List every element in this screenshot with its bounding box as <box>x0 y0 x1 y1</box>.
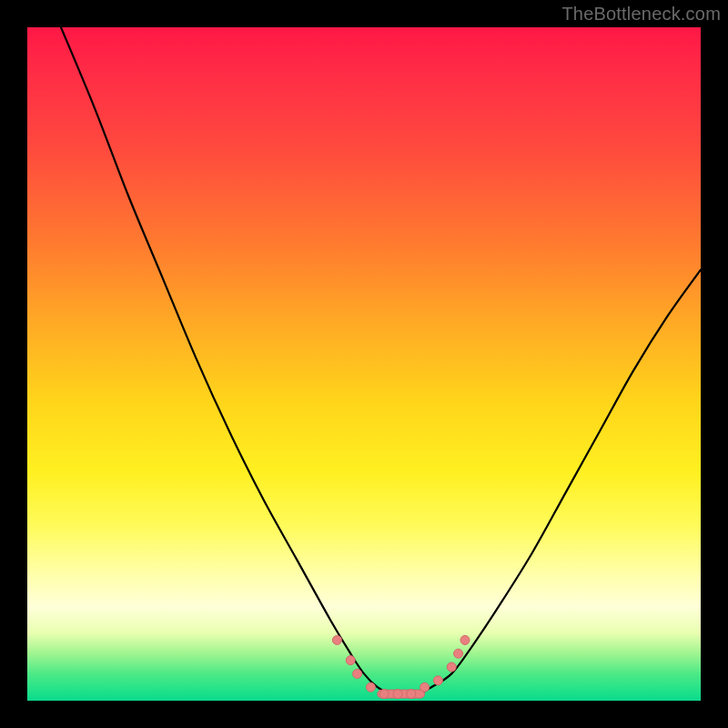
plot-area <box>27 27 701 701</box>
watermark-text: TheBottleneck.com <box>561 4 721 25</box>
curve-marker <box>332 635 341 644</box>
curve-markers <box>332 635 470 698</box>
curve-marker <box>393 690 402 699</box>
curve-marker <box>454 649 463 658</box>
curve-marker <box>346 656 355 665</box>
curve-marker <box>353 669 362 678</box>
curve-group <box>61 27 701 699</box>
curve-marker <box>460 635 470 644</box>
curve-marker <box>420 682 430 692</box>
chart-frame: TheBottleneck.com <box>0 0 728 728</box>
bottleneck-curve <box>61 27 701 694</box>
curve-marker <box>379 690 389 699</box>
curve-layer <box>27 27 701 701</box>
curve-marker <box>447 662 456 672</box>
curve-marker <box>366 682 375 692</box>
curve-marker <box>407 690 416 699</box>
curve-marker <box>433 676 442 685</box>
